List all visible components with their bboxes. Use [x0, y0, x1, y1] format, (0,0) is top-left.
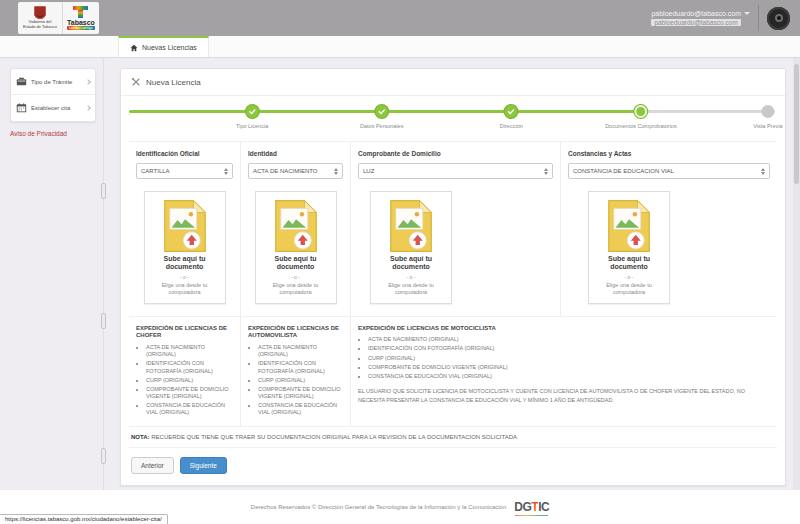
requirements-title: EXPEDICIÓN DE LICENCIAS DE AUTOMOVILISTA [248, 325, 343, 341]
column-label: Identificación Oficial [136, 150, 233, 157]
government-logos[interactable]: Gobierno del Estado de Tabasco Tabasco c… [18, 2, 99, 34]
user-area: pabloeduardo@tabasco.com pabloeduardo@ta… [651, 5, 790, 31]
constancias-actas-select[interactable]: CONSTANCIA DE EDUCACION VIAL [568, 163, 770, 179]
privacy-notice-link[interactable]: Aviso de Privacidad [10, 130, 67, 137]
requirement-item: IDENTIFICACIÓN CON FOTOGRAFÍA (ORIGINAL) [146, 360, 233, 374]
document-columns: Identificación Oficial CARTILLA [129, 142, 777, 317]
upload-document-icon [389, 199, 433, 253]
select-value: ACTA DE NACIMIENTO [253, 168, 317, 174]
nota-label: NOTA: [131, 434, 150, 440]
gov-caption: Gobierno del Estado de Tabasco [22, 20, 58, 30]
chevron-right-icon [85, 79, 91, 85]
screen: { "header": { "gov_caption": "Gobierno d… [0, 0, 800, 524]
requirement-item: CURP (ORIGINAL) [368, 355, 770, 362]
nueva-licencia-card: Nueva Licencia Tipo Licencia Datos Perso… [120, 68, 786, 486]
progress-stepper: Tipo Licencia Datos Personales Dirección… [129, 96, 777, 142]
column-label: Constancias y Actas [568, 150, 770, 157]
tab-label: Nuevas Licencias [142, 44, 197, 51]
step-label: Tipo Licencia [236, 123, 268, 129]
select-arrows-icon [761, 168, 765, 175]
upload-separator: - o - [260, 274, 332, 280]
divider-grip[interactable] [101, 448, 106, 464]
sidebar-item-label: Tipo de Trámite [31, 79, 82, 85]
account-menu[interactable]: pabloeduardo@tabasco.com pabloeduardo@ta… [651, 10, 750, 26]
step-current-icon [634, 105, 647, 118]
page-title: Nueva Licencia [146, 78, 201, 87]
upload-separator: - o - [149, 274, 221, 280]
upload-dropzone-identidad[interactable]: Sube aquí tu documento - o - Elige una d… [255, 191, 337, 304]
column-identidad: Identidad ACTA DE NACIMIENTO [241, 142, 351, 316]
tools-icon [131, 77, 141, 87]
requirements-chofer: EXPEDICIÓN DE LICENCIAS DE CHOFER ACTA D… [129, 317, 241, 427]
upload-title: Sube aquí tu documento [149, 255, 221, 272]
upload-document-icon [163, 199, 207, 253]
column-label: Comprobante de Domicilio [358, 150, 553, 157]
upload-separator: - o - [593, 274, 665, 280]
logout-button[interactable] [767, 7, 790, 30]
upload-dropzone-constancias[interactable]: Sube aquí tu documento - o - Elige una d… [588, 191, 670, 304]
select-value: LUZ [363, 168, 374, 174]
divider-grip[interactable] [101, 313, 106, 329]
card-header: Nueva Licencia [121, 69, 785, 96]
step-pending-icon [761, 105, 774, 118]
sidebar-item-tipo-de-tramite[interactable]: Tipo de Trámite [11, 69, 95, 94]
identificacion-oficial-select[interactable]: CARTILLA [136, 163, 233, 179]
requirements-section: EXPEDICIÓN DE LICENCIAS DE CHOFER ACTA D… [129, 317, 777, 428]
sidebar: Tipo de Trámite Establecer cita Aviso de… [10, 68, 96, 140]
scrollbar-track [793, 58, 800, 490]
wizard-buttons: Anterior Siguiente [121, 448, 785, 485]
step-vista-previa: Vista Previa [753, 105, 782, 129]
step-done-icon [505, 105, 518, 118]
step-label: Documentos Comprobatorios [605, 123, 677, 129]
requirement-item: ACTA DE NACIMIENTO (ORIGINAL) [368, 336, 770, 343]
column-label: Identidad [248, 150, 343, 157]
brand-name: Tabasco [67, 19, 95, 26]
brand-tagline: cambia contigo [67, 26, 95, 30]
chevron-right-icon [85, 105, 91, 111]
step-done-icon [375, 105, 388, 118]
step-datos-personales: Datos Personales [360, 105, 403, 129]
requirement-item: IDENTIFICACIÓN CON FOTOGRAFÍA (ORIGINAL) [368, 345, 770, 352]
upload-dropzone-identificacion[interactable]: Sube aquí tu documento - o - Elige una d… [144, 191, 226, 304]
requirements-motociclista: EXPEDICIÓN DE LICENCIAS DE MOTOCICLISTA … [351, 317, 777, 427]
step-label: Dirección [500, 123, 523, 129]
briefcase-icon [16, 77, 27, 86]
upload-document-icon [607, 199, 651, 253]
siguiente-button[interactable]: Siguiente [180, 457, 227, 474]
stepper-track [129, 110, 775, 113]
requirements-list: ACTA DE NACIMIENTO (ORIGINAL) IDENTIFICA… [146, 344, 233, 416]
motociclista-note: EL USUARIO QUE SOLICITE LICENCIA DE MOTO… [358, 387, 770, 405]
top-header: Gobierno del Estado de Tabasco Tabasco c… [0, 0, 800, 36]
identidad-select[interactable]: ACTA DE NACIMIENTO [248, 163, 343, 179]
sidebar-item-establecer-cita[interactable]: Establecer cita [11, 94, 95, 121]
crest-icon [34, 6, 46, 19]
select-arrows-icon [224, 168, 228, 175]
sidebar-card: Tipo de Trámite Establecer cita [10, 68, 96, 122]
user-email-secondary: pabloeduardo@tabasco.com [651, 19, 740, 26]
step-tipo-licencia: Tipo Licencia [236, 105, 268, 129]
upload-subtitle: Elige una desde tu computadora [260, 282, 332, 296]
home-icon [130, 44, 138, 52]
tab-nuevas-licencias[interactable]: Nuevas Licencias [118, 36, 209, 57]
comprobante-domicilio-select[interactable]: LUZ [358, 163, 553, 179]
nota-text: RECUERDE QUE TIENE QUE TRAER SU DOCUMENT… [150, 434, 518, 440]
upload-dropzone-domicilio[interactable]: Sube aquí tu documento - o - Elige una d… [370, 191, 452, 304]
step-label: Datos Personales [360, 123, 403, 129]
pane-divider [103, 58, 104, 490]
anterior-button[interactable]: Anterior [131, 457, 174, 474]
scrollbar-thumb[interactable] [794, 64, 799, 184]
step-label: Vista Previa [753, 123, 782, 129]
requirement-item: CONSTANCIA DE EDUCACIÓN VIAL (ORIGINAL) [146, 402, 233, 416]
upload-subtitle: Elige una desde tu computadora [375, 282, 447, 296]
select-value: CARTILLA [141, 168, 170, 174]
divider-grip[interactable] [101, 183, 106, 199]
sidebar-item-label: Establecer cita [31, 105, 82, 111]
requirement-item: COMPROBANTE DE DOMICILIO VIGENTE (ORIGIN… [146, 386, 233, 400]
header-divider [758, 5, 759, 31]
select-value: CONSTANCIA DE EDUCACION VIAL [573, 168, 674, 174]
copyright-text: Derechos Reservados © Dirección General … [251, 504, 506, 510]
content-area: Tipo de Trámite Establecer cita Aviso de… [0, 58, 800, 490]
requirement-item: COMPROBANTE DE DOMICILIO VIGENTE (ORIGIN… [368, 364, 770, 371]
upload-separator: - o - [375, 274, 447, 280]
tab-bar: Nuevas Licencias [0, 36, 800, 58]
